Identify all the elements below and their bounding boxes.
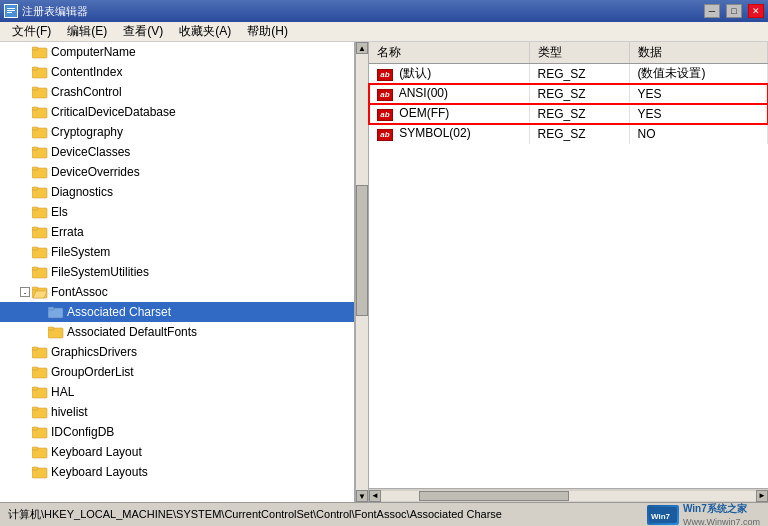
- tree-item-deviceoverrides[interactable]: DeviceOverrides: [0, 162, 354, 182]
- app-icon: [4, 4, 18, 18]
- cell-name: ab SYMBOL(02): [369, 124, 529, 144]
- tree-item-crashcontrol[interactable]: CrashControl: [0, 82, 354, 102]
- folder-icon: [32, 185, 48, 199]
- folder-icon: [32, 265, 48, 279]
- tree-item-hal[interactable]: HAL: [0, 382, 354, 402]
- svg-rect-21: [32, 207, 38, 210]
- table-row[interactable]: ab ANSI(00) REG_SZ YES: [369, 84, 768, 104]
- scroll-track: [356, 54, 368, 490]
- horizontal-scrollbar[interactable]: ◄ ►: [369, 488, 768, 502]
- tree-label: DeviceClasses: [51, 145, 130, 159]
- svg-rect-44: [32, 427, 38, 430]
- table-row[interactable]: ab SYMBOL(02) REG_SZ NO: [369, 124, 768, 144]
- scroll-down-button[interactable]: ▼: [356, 490, 368, 502]
- cell-name: ab ANSI(00): [369, 84, 529, 104]
- status-path: 计算机\HKEY_LOCAL_MACHINE\SYSTEM\CurrentCon…: [8, 507, 639, 522]
- tree-item-idconfigdb[interactable]: IDConfigDB: [0, 422, 354, 442]
- cell-type: REG_SZ: [529, 84, 629, 104]
- column-header-type[interactable]: 类型: [529, 42, 629, 64]
- reg-type-icon: ab: [377, 89, 393, 101]
- folder-icon: [32, 45, 48, 59]
- tree-item-filesystem[interactable]: FileSystem: [0, 242, 354, 262]
- tree-item-graphicsdrivers[interactable]: GraphicsDrivers: [0, 342, 354, 362]
- logo-icon: Win7: [647, 505, 679, 525]
- svg-rect-9: [32, 87, 38, 90]
- tree-item-diagnostics[interactable]: Diagnostics: [0, 182, 354, 202]
- tree-label: GraphicsDrivers: [51, 345, 137, 359]
- tree-item-deviceclasses[interactable]: DeviceClasses: [0, 142, 354, 162]
- svg-rect-48: [32, 467, 38, 470]
- tree-label: DeviceOverrides: [51, 165, 140, 179]
- tree-item-computername[interactable]: ComputerName: [0, 42, 354, 62]
- tree-item-associateddefaultfonts[interactable]: Associated DefaultFonts: [0, 322, 354, 342]
- cell-name: ab OEM(FF): [369, 104, 529, 124]
- scroll-right-button[interactable]: ►: [756, 490, 768, 502]
- tree-item-contentindex[interactable]: ContentIndex: [0, 62, 354, 82]
- tree-content[interactable]: ComputerName ContentIndex CrashControl: [0, 42, 354, 482]
- folder-icon: [32, 105, 48, 119]
- scroll-left-button[interactable]: ◄: [369, 490, 381, 502]
- menu-view[interactable]: 查看(V): [115, 21, 171, 42]
- tree-item-hivelist[interactable]: hivelist: [0, 402, 354, 422]
- tree-item-errata[interactable]: Errata: [0, 222, 354, 242]
- h-scroll-thumb[interactable]: [419, 491, 569, 501]
- folder-icon: [32, 165, 48, 179]
- column-header-data[interactable]: 数据: [629, 42, 768, 64]
- tree-item-els[interactable]: Els: [0, 202, 354, 222]
- scroll-up-button[interactable]: ▲: [356, 42, 368, 54]
- table-row[interactable]: ab (默认) REG_SZ (数值未设置): [369, 64, 768, 84]
- scroll-thumb[interactable]: [356, 185, 368, 316]
- tree-label: FontAssoc: [51, 285, 108, 299]
- menu-file[interactable]: 文件(F): [4, 21, 59, 42]
- table-row[interactable]: ab OEM(FF) REG_SZ YES: [369, 104, 768, 124]
- svg-rect-11: [32, 107, 38, 110]
- svg-rect-34: [48, 327, 54, 330]
- tree-scrollbar[interactable]: ▲ ▼: [355, 42, 369, 502]
- maximize-button[interactable]: □: [726, 4, 742, 18]
- tree-label: Keyboard Layouts: [51, 465, 148, 479]
- svg-rect-40: [32, 387, 38, 390]
- tree-label: GroupOrderList: [51, 365, 134, 379]
- tree-item-associatedcharset[interactable]: Associated Charset: [0, 302, 354, 322]
- minimize-button[interactable]: ─: [704, 4, 720, 18]
- tree-label: Els: [51, 205, 68, 219]
- svg-rect-1: [7, 8, 15, 9]
- menu-edit[interactable]: 编辑(E): [59, 21, 115, 42]
- folder-icon: [32, 445, 48, 459]
- logo-text-main: Win7系统之家: [683, 502, 760, 516]
- tree-item-criticaldevicedatabase[interactable]: CriticalDeviceDatabase: [0, 102, 354, 122]
- cell-data: (数值未设置): [629, 64, 768, 84]
- folder-icon: [32, 465, 48, 479]
- tree-item-keyboardlayouts[interactable]: Keyboard Layouts: [0, 462, 354, 482]
- tree-label: CriticalDeviceDatabase: [51, 105, 176, 119]
- tree-label: Keyboard Layout: [51, 445, 142, 459]
- column-header-name[interactable]: 名称: [369, 42, 529, 64]
- folder-icon: [32, 225, 48, 239]
- tree-label: HAL: [51, 385, 74, 399]
- svg-rect-25: [32, 247, 38, 250]
- menu-help[interactable]: 帮助(H): [239, 21, 296, 42]
- reg-type-icon: ab: [377, 109, 393, 121]
- expand-collapse-button[interactable]: -: [20, 287, 30, 297]
- main-content: ComputerName ContentIndex CrashControl: [0, 42, 768, 502]
- tree-item-cryptography[interactable]: Cryptography: [0, 122, 354, 142]
- tree-item-keyboardlayout[interactable]: Keyboard Layout: [0, 442, 354, 462]
- folder-icon: [32, 425, 48, 439]
- status-logo: Win7 Win7系统之家 Www.Winwin7.com: [647, 502, 760, 526]
- svg-rect-3: [7, 12, 12, 13]
- svg-rect-2: [7, 10, 15, 11]
- tree-label: Errata: [51, 225, 84, 239]
- cell-type: REG_SZ: [529, 124, 629, 144]
- close-button[interactable]: ✕: [748, 4, 764, 18]
- svg-rect-36: [32, 347, 38, 350]
- tree-item-fontassoc[interactable]: - FontAssoc: [0, 282, 354, 302]
- tree-item-grouporderlist[interactable]: GroupOrderList: [0, 362, 354, 382]
- menu-favorites[interactable]: 收藏夹(A): [171, 21, 239, 42]
- folder-icon: [32, 245, 48, 259]
- svg-rect-19: [32, 187, 38, 190]
- folder-icon: [32, 145, 48, 159]
- status-bar: 计算机\HKEY_LOCAL_MACHINE\SYSTEM\CurrentCon…: [0, 502, 768, 526]
- tree-item-filesystemutilities[interactable]: FileSystemUtilities: [0, 262, 354, 282]
- svg-rect-32: [48, 307, 54, 310]
- svg-rect-23: [32, 227, 38, 230]
